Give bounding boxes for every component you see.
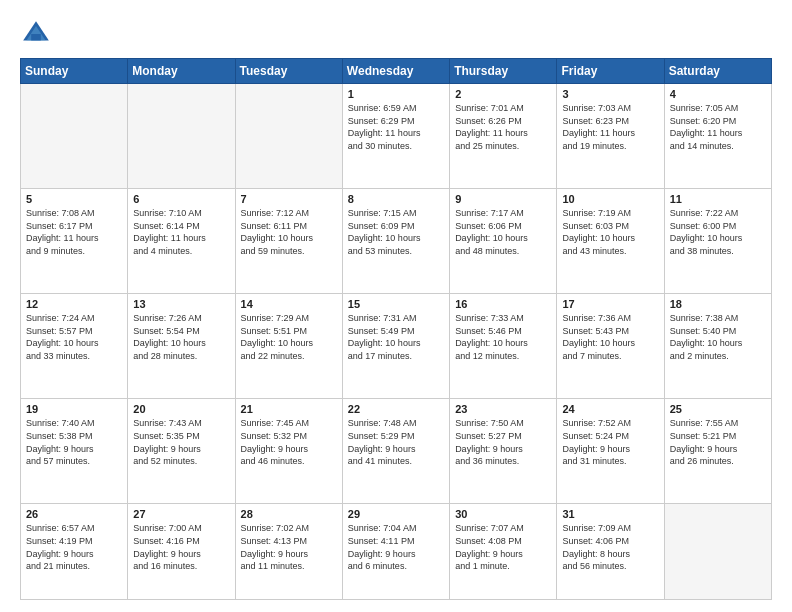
week-row-1: 1Sunrise: 6:59 AM Sunset: 6:29 PM Daylig… — [21, 84, 772, 189]
calendar-cell: 25Sunrise: 7:55 AM Sunset: 5:21 PM Dayli… — [664, 399, 771, 504]
day-number: 26 — [26, 508, 122, 520]
day-info: Sunrise: 7:03 AM Sunset: 6:23 PM Dayligh… — [562, 102, 658, 152]
day-number: 2 — [455, 88, 551, 100]
day-number: 27 — [133, 508, 229, 520]
logo — [20, 18, 56, 50]
day-number: 9 — [455, 193, 551, 205]
weekday-header-saturday: Saturday — [664, 59, 771, 84]
calendar-cell: 24Sunrise: 7:52 AM Sunset: 5:24 PM Dayli… — [557, 399, 664, 504]
calendar-cell: 3Sunrise: 7:03 AM Sunset: 6:23 PM Daylig… — [557, 84, 664, 189]
day-info: Sunrise: 7:17 AM Sunset: 6:06 PM Dayligh… — [455, 207, 551, 257]
day-number: 13 — [133, 298, 229, 310]
day-number: 10 — [562, 193, 658, 205]
day-number: 6 — [133, 193, 229, 205]
calendar-cell: 10Sunrise: 7:19 AM Sunset: 6:03 PM Dayli… — [557, 189, 664, 294]
calendar-cell — [128, 84, 235, 189]
week-row-3: 12Sunrise: 7:24 AM Sunset: 5:57 PM Dayli… — [21, 294, 772, 399]
weekday-header-thursday: Thursday — [450, 59, 557, 84]
day-info: Sunrise: 7:22 AM Sunset: 6:00 PM Dayligh… — [670, 207, 766, 257]
calendar-cell: 8Sunrise: 7:15 AM Sunset: 6:09 PM Daylig… — [342, 189, 449, 294]
day-info: Sunrise: 7:52 AM Sunset: 5:24 PM Dayligh… — [562, 417, 658, 467]
calendar-cell: 2Sunrise: 7:01 AM Sunset: 6:26 PM Daylig… — [450, 84, 557, 189]
day-info: Sunrise: 7:00 AM Sunset: 4:16 PM Dayligh… — [133, 522, 229, 572]
weekday-header-wednesday: Wednesday — [342, 59, 449, 84]
day-info: Sunrise: 7:50 AM Sunset: 5:27 PM Dayligh… — [455, 417, 551, 467]
weekday-header-tuesday: Tuesday — [235, 59, 342, 84]
calendar-cell: 21Sunrise: 7:45 AM Sunset: 5:32 PM Dayli… — [235, 399, 342, 504]
calendar-cell: 14Sunrise: 7:29 AM Sunset: 5:51 PM Dayli… — [235, 294, 342, 399]
day-info: Sunrise: 7:31 AM Sunset: 5:49 PM Dayligh… — [348, 312, 444, 362]
weekday-header-row: SundayMondayTuesdayWednesdayThursdayFrid… — [21, 59, 772, 84]
day-number: 7 — [241, 193, 337, 205]
calendar-cell: 16Sunrise: 7:33 AM Sunset: 5:46 PM Dayli… — [450, 294, 557, 399]
day-number: 8 — [348, 193, 444, 205]
calendar-cell: 28Sunrise: 7:02 AM Sunset: 4:13 PM Dayli… — [235, 504, 342, 600]
week-row-2: 5Sunrise: 7:08 AM Sunset: 6:17 PM Daylig… — [21, 189, 772, 294]
day-info: Sunrise: 6:57 AM Sunset: 4:19 PM Dayligh… — [26, 522, 122, 572]
calendar-cell — [235, 84, 342, 189]
calendar-cell: 20Sunrise: 7:43 AM Sunset: 5:35 PM Dayli… — [128, 399, 235, 504]
day-info: Sunrise: 7:07 AM Sunset: 4:08 PM Dayligh… — [455, 522, 551, 572]
calendar-cell: 15Sunrise: 7:31 AM Sunset: 5:49 PM Dayli… — [342, 294, 449, 399]
day-number: 31 — [562, 508, 658, 520]
calendar-cell: 18Sunrise: 7:38 AM Sunset: 5:40 PM Dayli… — [664, 294, 771, 399]
calendar-cell: 5Sunrise: 7:08 AM Sunset: 6:17 PM Daylig… — [21, 189, 128, 294]
page: SundayMondayTuesdayWednesdayThursdayFrid… — [0, 0, 792, 612]
day-number: 20 — [133, 403, 229, 415]
week-row-5: 26Sunrise: 6:57 AM Sunset: 4:19 PM Dayli… — [21, 504, 772, 600]
day-info: Sunrise: 6:59 AM Sunset: 6:29 PM Dayligh… — [348, 102, 444, 152]
day-info: Sunrise: 7:33 AM Sunset: 5:46 PM Dayligh… — [455, 312, 551, 362]
day-info: Sunrise: 7:12 AM Sunset: 6:11 PM Dayligh… — [241, 207, 337, 257]
header — [20, 18, 772, 50]
day-number: 4 — [670, 88, 766, 100]
day-number: 11 — [670, 193, 766, 205]
calendar-cell: 27Sunrise: 7:00 AM Sunset: 4:16 PM Dayli… — [128, 504, 235, 600]
day-info: Sunrise: 7:24 AM Sunset: 5:57 PM Dayligh… — [26, 312, 122, 362]
day-info: Sunrise: 7:26 AM Sunset: 5:54 PM Dayligh… — [133, 312, 229, 362]
logo-icon — [20, 18, 52, 50]
calendar-cell — [21, 84, 128, 189]
day-info: Sunrise: 7:10 AM Sunset: 6:14 PM Dayligh… — [133, 207, 229, 257]
weekday-header-friday: Friday — [557, 59, 664, 84]
day-info: Sunrise: 7:40 AM Sunset: 5:38 PM Dayligh… — [26, 417, 122, 467]
svg-rect-2 — [31, 34, 41, 40]
day-number: 18 — [670, 298, 766, 310]
calendar-cell: 9Sunrise: 7:17 AM Sunset: 6:06 PM Daylig… — [450, 189, 557, 294]
day-info: Sunrise: 7:36 AM Sunset: 5:43 PM Dayligh… — [562, 312, 658, 362]
day-info: Sunrise: 7:04 AM Sunset: 4:11 PM Dayligh… — [348, 522, 444, 572]
day-info: Sunrise: 7:45 AM Sunset: 5:32 PM Dayligh… — [241, 417, 337, 467]
day-number: 21 — [241, 403, 337, 415]
day-info: Sunrise: 7:38 AM Sunset: 5:40 PM Dayligh… — [670, 312, 766, 362]
day-number: 12 — [26, 298, 122, 310]
calendar-cell: 30Sunrise: 7:07 AM Sunset: 4:08 PM Dayli… — [450, 504, 557, 600]
day-number: 25 — [670, 403, 766, 415]
day-number: 16 — [455, 298, 551, 310]
day-number: 3 — [562, 88, 658, 100]
calendar-cell: 1Sunrise: 6:59 AM Sunset: 6:29 PM Daylig… — [342, 84, 449, 189]
day-info: Sunrise: 7:55 AM Sunset: 5:21 PM Dayligh… — [670, 417, 766, 467]
day-number: 17 — [562, 298, 658, 310]
day-info: Sunrise: 7:02 AM Sunset: 4:13 PM Dayligh… — [241, 522, 337, 572]
day-info: Sunrise: 7:29 AM Sunset: 5:51 PM Dayligh… — [241, 312, 337, 362]
day-info: Sunrise: 7:48 AM Sunset: 5:29 PM Dayligh… — [348, 417, 444, 467]
day-number: 30 — [455, 508, 551, 520]
day-number: 22 — [348, 403, 444, 415]
calendar-cell: 22Sunrise: 7:48 AM Sunset: 5:29 PM Dayli… — [342, 399, 449, 504]
calendar-cell: 11Sunrise: 7:22 AM Sunset: 6:00 PM Dayli… — [664, 189, 771, 294]
day-info: Sunrise: 7:09 AM Sunset: 4:06 PM Dayligh… — [562, 522, 658, 572]
calendar-cell: 31Sunrise: 7:09 AM Sunset: 4:06 PM Dayli… — [557, 504, 664, 600]
calendar-cell: 6Sunrise: 7:10 AM Sunset: 6:14 PM Daylig… — [128, 189, 235, 294]
calendar-table: SundayMondayTuesdayWednesdayThursdayFrid… — [20, 58, 772, 600]
day-info: Sunrise: 7:08 AM Sunset: 6:17 PM Dayligh… — [26, 207, 122, 257]
day-info: Sunrise: 7:19 AM Sunset: 6:03 PM Dayligh… — [562, 207, 658, 257]
weekday-header-monday: Monday — [128, 59, 235, 84]
day-number: 5 — [26, 193, 122, 205]
day-number: 29 — [348, 508, 444, 520]
day-number: 1 — [348, 88, 444, 100]
calendar-cell: 29Sunrise: 7:04 AM Sunset: 4:11 PM Dayli… — [342, 504, 449, 600]
day-number: 19 — [26, 403, 122, 415]
day-number: 28 — [241, 508, 337, 520]
calendar-cell: 4Sunrise: 7:05 AM Sunset: 6:20 PM Daylig… — [664, 84, 771, 189]
day-info: Sunrise: 7:43 AM Sunset: 5:35 PM Dayligh… — [133, 417, 229, 467]
week-row-4: 19Sunrise: 7:40 AM Sunset: 5:38 PM Dayli… — [21, 399, 772, 504]
